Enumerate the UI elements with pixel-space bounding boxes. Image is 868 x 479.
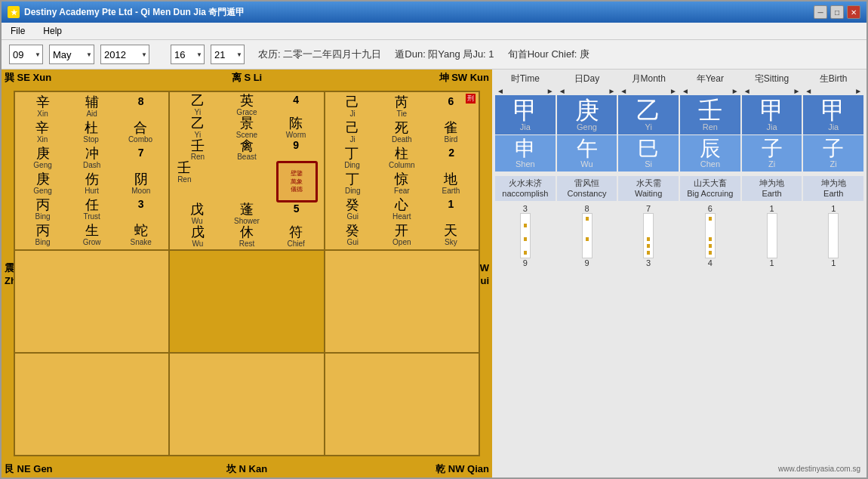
lunar-info: 农历: 二零一二年四月十九日 — [258, 48, 381, 60]
time-col-1: 日Day ◄ ► 庚 Geng 午 Wu — [557, 73, 617, 172]
hex-line-broken — [647, 224, 650, 227]
time-top-pinyin-1: Geng — [559, 122, 616, 131]
hex-line-broken — [771, 251, 774, 255]
time-box-top-0: 甲 Jia — [495, 95, 556, 134]
nav-left-5[interactable]: ◄ — [805, 87, 812, 95]
year-select[interactable]: 2012 — [100, 45, 149, 64]
nav-arrows-1: ◄ ► — [557, 87, 617, 95]
menu-help[interactable]: Help — [37, 24, 68, 38]
nav-left-2[interactable]: ◄ — [620, 87, 627, 95]
hex-img-col-1: 89 — [557, 204, 617, 267]
nav-arrows-0: ◄ ► — [495, 87, 556, 95]
time-bot-chinese-3: 辰 — [682, 138, 739, 159]
menu-file[interactable]: File — [5, 24, 31, 38]
hour-select[interactable]: 21 — [211, 45, 245, 64]
nav-right-0[interactable]: ► — [546, 87, 554, 95]
month-name-select-wrap: May — [49, 45, 94, 64]
hex-line-solid — [524, 251, 527, 255]
cell-se: 辛Xin 辅Aid 8 辛Xin 杜Stop 合Combo 庚Geng 冲Das… — [14, 91, 169, 250]
time-col-0: 时Time ◄ ► 甲 Jia 申 Shen — [495, 73, 556, 172]
direction-n: 坎 N Kan — [226, 462, 267, 476]
hex-line-broken — [586, 244, 589, 248]
desc-col-1: 雷风恒Constancy — [557, 175, 617, 201]
time-col-3: 年Year ◄ ► 壬 Ren 辰 Chen — [680, 73, 740, 172]
hex-line-solid — [647, 244, 650, 248]
time-col-header-2: 月Month — [632, 73, 666, 85]
hex-line-broken — [832, 244, 835, 248]
direction-nw: 乾 NW Qian — [436, 462, 489, 476]
nav-left-1[interactable]: ◄ — [559, 87, 566, 95]
time-top-chinese-5: 甲 — [805, 98, 862, 122]
time-bot-pinyin-4: Zi — [743, 159, 801, 168]
nav-right-2[interactable]: ► — [669, 87, 677, 95]
hex-img-col-5: 11 — [803, 204, 863, 267]
desc-col-2: 水天需Waiting — [618, 175, 679, 201]
menu-bar: File Help — [2, 23, 866, 40]
cell-ne — [14, 353, 169, 456]
hex-line-broken — [524, 244, 527, 248]
hex-line-solid — [709, 217, 712, 221]
month-num-select[interactable]: 09 — [9, 45, 43, 64]
dun-info: 遁Dun: 阳Yang 局Ju: 1 — [395, 48, 494, 60]
month-name-select[interactable]: May — [49, 45, 94, 64]
time-top-pinyin-3: Ren — [682, 122, 739, 131]
close-button[interactable]: ✕ — [847, 5, 860, 19]
bagua-grid-area: 巽 SE Xun 离 S Li 坤 SW Kun 震 EZhen 兑 WDui … — [2, 70, 492, 477]
maximize-button[interactable]: □ — [830, 5, 844, 19]
day-select[interactable]: 16 — [171, 45, 205, 64]
day-select-wrap: 16 — [171, 45, 205, 64]
cell-e — [14, 250, 169, 353]
hex-line-broken — [771, 244, 774, 248]
minimize-button[interactable]: ─ — [814, 5, 827, 19]
time-box-top-2: 乙 Yi — [618, 95, 679, 134]
time-bot-pinyin-1: Wu — [559, 159, 616, 168]
cell-w — [325, 250, 479, 353]
nav-right-3[interactable]: ► — [731, 87, 739, 95]
time-col-header-3: 年Year — [697, 73, 724, 85]
hex-img-col-3: 64 — [680, 204, 740, 267]
time-box-top-3: 壬 Ren — [680, 95, 740, 134]
time-bot-chinese-2: 巳 — [620, 138, 677, 159]
time-bot-pinyin-3: Chen — [682, 159, 739, 168]
hex-line-solid — [586, 237, 589, 241]
hex-line-broken — [524, 217, 527, 221]
time-box-bottom-1: 午 Wu — [557, 135, 617, 172]
nav-left-3[interactable]: ◄ — [682, 87, 689, 95]
hexagram-images-row: 398973641111 — [495, 204, 863, 267]
description-2: 水天需Waiting — [618, 176, 679, 201]
hex-line-broken — [771, 230, 774, 234]
cell-sw: 刑 己Ji 芮Tie 6 己Ji 死Death 雀Bird 丁Ding 柱Col… — [325, 91, 479, 250]
hex-img-col-2: 73 — [618, 204, 679, 267]
hex-line-broken — [832, 237, 835, 241]
time-col-header-0: 时Time — [511, 73, 540, 85]
hex-line-solid — [709, 237, 712, 241]
main-window: ★ Destiny Academy Pte Ltd - Qi Men Dun J… — [0, 0, 868, 479]
time-top-chinese-0: 甲 — [497, 98, 554, 122]
nav-right-5[interactable]: ► — [854, 87, 862, 95]
cell-center — [169, 250, 324, 353]
time-col-header-5: 生Birth — [820, 73, 848, 85]
hex-line-solid — [524, 224, 527, 227]
main-content: 巽 SE Xun 离 S Li 坤 SW Kun 震 EZhen 兑 WDui … — [2, 70, 866, 477]
hex-line-broken — [771, 224, 774, 227]
nav-right-4[interactable]: ► — [793, 87, 800, 95]
desc-col-0: 火水未济naccomplish — [495, 175, 556, 201]
time-top-chinese-1: 庚 — [559, 98, 616, 122]
app-icon: ★ — [8, 6, 20, 18]
hex-line-broken — [832, 217, 835, 221]
year-select-wrap: 2012 — [100, 45, 149, 64]
nav-left-0[interactable]: ◄ — [497, 87, 504, 95]
time-top-pinyin-4: Jia — [743, 122, 801, 131]
description-5: 坤为地Earth — [803, 176, 863, 201]
hex-line-broken — [709, 224, 712, 227]
desc-col-4: 坤为地Earth — [742, 175, 802, 201]
time-col-header-1: 日Day — [574, 73, 599, 85]
time-top-pinyin-0: Jia — [497, 122, 554, 131]
time-bot-chinese-0: 申 — [497, 138, 554, 159]
nav-left-4[interactable]: ◄ — [743, 87, 751, 95]
hex-line-broken — [771, 237, 774, 241]
time-box-top-5: 甲 Jia — [803, 95, 863, 134]
time-top-chinese-3: 壬 — [682, 98, 739, 122]
nav-right-1[interactable]: ► — [608, 87, 615, 95]
time-box-bottom-3: 辰 Chen — [680, 135, 740, 172]
